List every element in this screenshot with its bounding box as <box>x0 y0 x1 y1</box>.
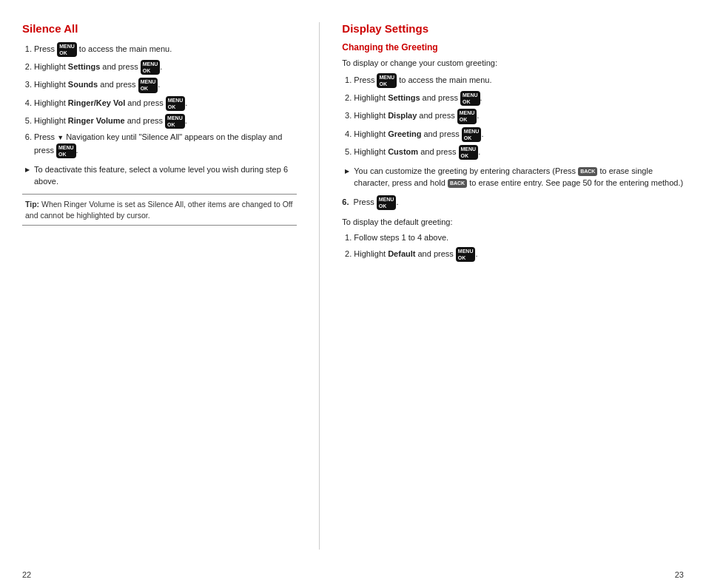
right-column: Display Settings Changing the Greeting T… <box>320 22 684 550</box>
left-step-2: Highlight Settings and press MENUOK. <box>34 60 297 75</box>
right-step-5: Highlight Custom and press MENUOK. <box>354 145 684 160</box>
back-btn-1: BACK <box>578 167 597 175</box>
right-step-1: Press MENUOK to access the main menu. <box>354 73 684 88</box>
menu-btn-4: MENUOK <box>166 96 186 111</box>
right-menu-btn-default: MENUOK <box>456 247 476 262</box>
right-menu-btn-1: MENUOK <box>377 73 397 88</box>
left-bullet-1: To deactivate this feature, select a vol… <box>25 164 297 188</box>
right-default-steps-list: Follow steps 1 to 4 above. Highlight Def… <box>342 232 684 262</box>
menu-btn-6: MENUOK <box>56 143 76 158</box>
left-step-3: Highlight Sounds and press MENUOK. <box>34 78 297 92</box>
menu-btn-3: MENUOK <box>138 78 158 92</box>
right-step-3: Highlight Display and press MENUOK. <box>354 109 684 124</box>
right-default-step-1: Follow steps 1 to 4 above. <box>354 232 684 244</box>
left-bullet-list: To deactivate this feature, select a vol… <box>22 164 297 188</box>
left-step-4: Highlight Ringer/Key Vol and press MENUO… <box>34 96 297 111</box>
right-menu-btn-6: MENUOK <box>377 195 397 210</box>
left-steps-list: Press MENUOK to access the main menu. Hi… <box>22 42 297 158</box>
right-intro: To display or change your custom greetin… <box>342 58 684 67</box>
right-page-number: 23 <box>675 570 684 579</box>
right-step-2: Highlight Settings and press MENUOK. <box>354 91 684 106</box>
default-intro: To display the default greeting: <box>342 217 684 226</box>
back-btn-2: BACK <box>448 179 467 187</box>
menu-btn-2: MENUOK <box>141 60 161 75</box>
menu-btn-5: MENUOK <box>165 114 185 129</box>
menu-btn-1: MENUOK <box>57 42 77 57</box>
right-menu-btn-5: MENUOK <box>459 145 479 160</box>
right-steps-list: Press MENUOK to access the main menu. Hi… <box>342 73 684 160</box>
left-step-5: Highlight Ringer Volume and press MENUOK… <box>34 114 297 129</box>
right-bullet-list: You can customize the greeting by enteri… <box>342 166 684 189</box>
right-menu-btn-4: MENUOK <box>462 127 482 142</box>
tip-box: Tip: When Ringer Volume is set as Silenc… <box>22 194 297 226</box>
right-subsection-title: Changing the Greeting <box>342 42 684 53</box>
right-menu-btn-2: MENUOK <box>460 91 480 106</box>
left-step-1: Press MENUOK to access the main menu. <box>34 42 297 57</box>
right-menu-btn-3: MENUOK <box>457 109 477 124</box>
right-bullet-1: You can customize the greeting by enteri… <box>345 166 684 189</box>
right-default-step-2: Highlight Default and press MENUOK. <box>354 247 684 262</box>
left-column: Silence All Press MENUOK to access the m… <box>22 22 320 550</box>
left-section-title: Silence All <box>22 22 297 35</box>
left-page-number: 22 <box>22 570 31 579</box>
right-step6: 6. Press MENUOK. <box>342 195 684 210</box>
right-section-title: Display Settings <box>342 22 684 35</box>
tip-text: When Ringer Volume is set as Silence All… <box>25 200 292 220</box>
left-step-6: Press ▼ Navigation key until "Silence Al… <box>34 132 297 158</box>
page-container: Silence All Press MENUOK to access the m… <box>0 0 706 564</box>
nav-arrow: ▼ <box>57 134 64 141</box>
tip-label: Tip: <box>25 200 39 209</box>
page-footer: 22 23 <box>0 564 706 588</box>
right-step-4: Highlight Greeting and press MENUOK. <box>354 127 684 142</box>
